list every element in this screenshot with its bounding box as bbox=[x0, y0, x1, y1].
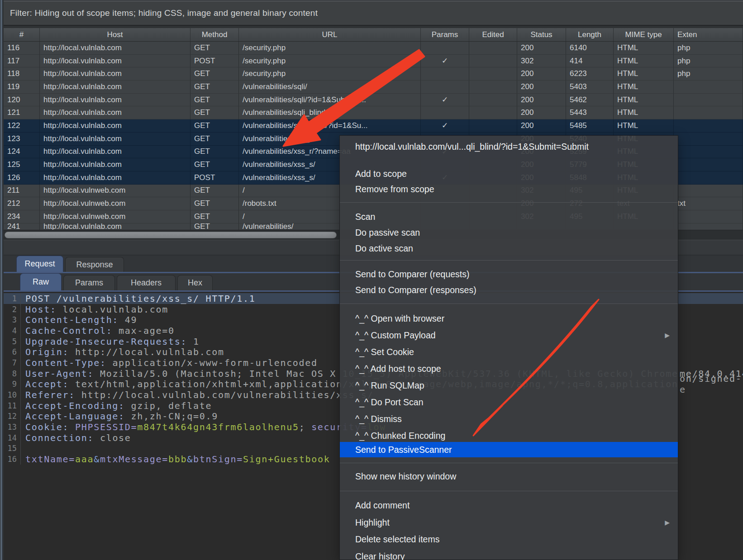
cell-length: 5403 bbox=[566, 81, 614, 94]
table-row[interactable]: 122http://local.vulnlab.comGET/vulnerabi… bbox=[4, 119, 743, 133]
line-text: Cookie: PHPSESSID=m847t4k64gn43frm6laolh… bbox=[25, 422, 386, 432]
cell-status: 302 bbox=[517, 55, 566, 68]
cell-host: http://local.vulnlab.com bbox=[40, 81, 191, 94]
menu-item-send-to-comparer-requests[interactable]: Send to Comparer (requests) bbox=[340, 266, 678, 282]
line-text: Host: local.vulnlab.com bbox=[25, 304, 168, 315]
column-header-#[interactable]: # bbox=[4, 28, 40, 41]
menu-item-delete-selected-items[interactable]: Delete selected items bbox=[340, 532, 678, 547]
window-left-border bbox=[0, 0, 4, 560]
tab-response[interactable]: Response bbox=[65, 257, 124, 272]
menu-item-add-comment[interactable]: Add comment bbox=[340, 498, 678, 513]
cell-method: POST bbox=[191, 171, 239, 185]
menu-item-highlight[interactable]: Highlight▶ bbox=[340, 515, 678, 530]
table-row[interactable]: 118http://local.vulnlab.comGET/security.… bbox=[4, 67, 743, 81]
line-text: Content-Length: 49 bbox=[25, 314, 137, 325]
line-number: 11 bbox=[4, 400, 21, 411]
cell-method: GET bbox=[191, 185, 239, 198]
token-pname: btnSign= bbox=[193, 454, 243, 465]
cell-host: http://local.vulnweb.com bbox=[40, 185, 191, 198]
cell-method: GET bbox=[191, 42, 239, 55]
cell-url: /security.php bbox=[239, 67, 421, 81]
menu-item-set-cookie[interactable]: ^_^ Set Cookie bbox=[340, 344, 678, 360]
column-header-status[interactable]: Status bbox=[517, 28, 566, 41]
cell-exten bbox=[674, 106, 743, 119]
table-row[interactable]: 119http://local.vulnlab.comGET/vulnerabi… bbox=[4, 81, 743, 94]
token-key: Accept-Encoding: bbox=[25, 400, 125, 411]
menu-item-run-sqlmap[interactable]: ^_^ Run SQLMap bbox=[340, 378, 678, 393]
table-row[interactable]: 117http://local.vulnlab.comPOST/security… bbox=[4, 55, 743, 68]
cell-method: GET bbox=[191, 119, 239, 133]
tab-hex[interactable]: Hex bbox=[177, 275, 213, 290]
window-top-border bbox=[0, 0, 743, 1]
cell-#: 241 bbox=[4, 223, 40, 230]
cell-host: http://local.vulnlab.com bbox=[40, 67, 191, 81]
menu-item-send-to-comparer-responses[interactable]: Send to Comparer (responses) bbox=[340, 282, 678, 298]
cell-exten bbox=[674, 81, 743, 94]
tab-response-label: Response bbox=[76, 260, 113, 270]
token-amp: & bbox=[94, 454, 100, 465]
menu-item-add-to-scope[interactable]: Add to scope bbox=[340, 166, 678, 181]
tab-request[interactable]: Request bbox=[16, 256, 63, 272]
tab-raw[interactable]: Raw bbox=[20, 273, 62, 290]
menu-item-do-port-scan[interactable]: ^_^ Do Port Scan bbox=[340, 394, 678, 410]
filter-bar[interactable]: Filter: Hiding out of scope items; hidin… bbox=[4, 1, 743, 26]
tab-headers[interactable]: Headers bbox=[117, 275, 176, 290]
menu-item-do-passive-scan[interactable]: Do passive scan bbox=[340, 225, 678, 240]
menu-item-chunked-encoding[interactable]: ^_^ Chunked Encoding bbox=[340, 428, 678, 443]
menu-item-show-new-history-window[interactable]: Show new history window bbox=[340, 469, 678, 484]
menu-item-send-to-passivescanner[interactable]: Send to PassiveScanner bbox=[340, 442, 678, 457]
column-header-method[interactable]: Method bbox=[191, 28, 239, 41]
token-key: Cookie: bbox=[25, 422, 69, 432]
menu-item-custom-payload[interactable]: ^_^ Custom Payload▶ bbox=[340, 327, 678, 343]
cell-#: 126 bbox=[4, 171, 40, 185]
token-val: max-age=0 bbox=[112, 325, 174, 336]
token-val bbox=[69, 422, 75, 432]
column-header-mime-type[interactable]: MIME type bbox=[614, 28, 674, 41]
line-number: 10 bbox=[4, 389, 21, 400]
cell-edited bbox=[469, 42, 517, 55]
token-key: Content-Length: bbox=[25, 314, 119, 325]
cell-params: ✓ bbox=[421, 94, 469, 107]
column-header-params[interactable]: Params bbox=[421, 28, 469, 41]
scrollbar-thumb[interactable] bbox=[5, 232, 337, 238]
table-header-row[interactable]: #HostMethodURLParamsEditedStatusLengthMI… bbox=[4, 28, 743, 42]
table-row[interactable]: 120http://local.vulnlab.comGET/vulnerabi… bbox=[4, 94, 743, 107]
cell-#: 121 bbox=[4, 106, 40, 119]
line-number: 2 bbox=[4, 304, 21, 315]
column-header-length[interactable]: Length bbox=[566, 28, 614, 41]
cell-#: 124 bbox=[4, 146, 40, 159]
column-header-exten[interactable]: Exten bbox=[674, 28, 743, 41]
line-text: Cache-Control: max-age=0 bbox=[25, 325, 175, 336]
menu-item-clear-history[interactable]: Clear history bbox=[340, 549, 678, 560]
table-row[interactable]: 121http://local.vulnlab.comGET/vulnerabi… bbox=[4, 106, 743, 119]
cell-method: GET bbox=[191, 158, 239, 171]
token-key: Host: bbox=[25, 304, 57, 315]
menu-item-scan[interactable]: Scan bbox=[340, 209, 678, 224]
line-number: 9 bbox=[4, 379, 21, 390]
cell-params: ✓ bbox=[421, 55, 469, 68]
filter-bar-text: Filter: Hiding out of scope items; hidin… bbox=[4, 8, 318, 18]
menu-separator bbox=[340, 463, 678, 463]
menu-item-do-active-scan[interactable]: Do active scan bbox=[340, 241, 678, 256]
column-header-host[interactable]: Host bbox=[40, 28, 191, 41]
cell-exten bbox=[674, 223, 743, 230]
line-text: Accept-Encoding: gzip, deflate bbox=[25, 400, 212, 411]
menu-separator bbox=[340, 260, 678, 261]
tab-params[interactable]: Params bbox=[63, 275, 115, 290]
menu-item-remove-from-scope[interactable]: Remove from scope bbox=[340, 181, 678, 197]
cell-host: http://local.vulnlab.com bbox=[40, 94, 191, 107]
cell-method: GET bbox=[191, 94, 239, 107]
token-key: Cache-Control: bbox=[25, 325, 112, 336]
menu-item-dismiss[interactable]: ^_^ Dismiss bbox=[340, 411, 678, 427]
menu-item-add-host-to-scope[interactable]: ^_^ Add host to scope bbox=[340, 361, 678, 376]
cell-host: http://local.vulnlab.com bbox=[40, 133, 191, 146]
token-key: Origin: bbox=[25, 346, 69, 357]
table-row[interactable]: 116http://local.vulnlab.comGET/security.… bbox=[4, 42, 743, 55]
column-header-url[interactable]: URL bbox=[239, 28, 421, 41]
menu-item-open-with-browser[interactable]: ^_^ Open with browser bbox=[340, 311, 678, 326]
column-header-edited[interactable]: Edited bbox=[469, 28, 517, 41]
cell-method: GET bbox=[191, 197, 239, 210]
cell-mime-type: HTML bbox=[614, 42, 674, 55]
line-number: 12 bbox=[4, 411, 21, 422]
submenu-arrow-icon: ▶ bbox=[665, 327, 670, 343]
